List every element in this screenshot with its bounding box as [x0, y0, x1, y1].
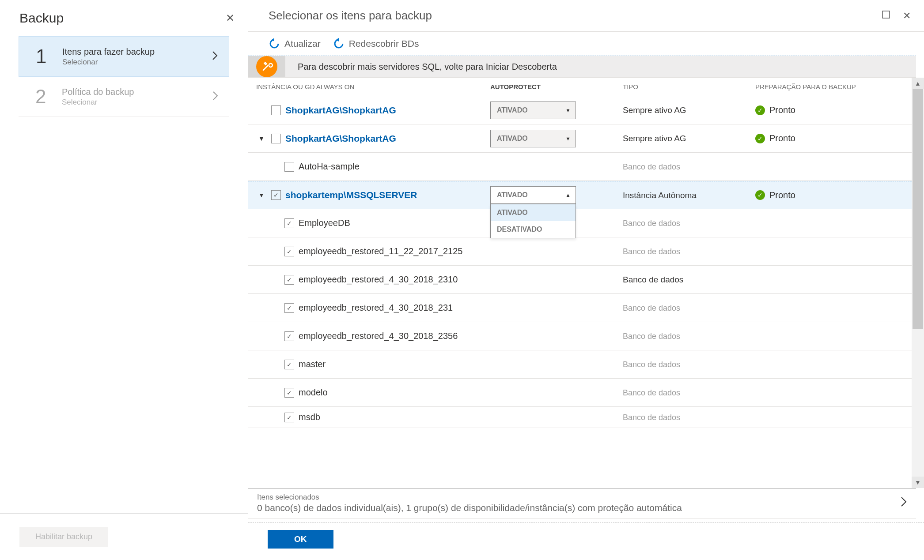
checkbox[interactable]	[271, 134, 281, 143]
tipo-value: Banco de dados	[623, 275, 683, 284]
autoprotect-dropdown[interactable]: ATIVADO ▾	[490, 130, 576, 147]
step-subtitle: Selecionar	[62, 58, 212, 67]
table-row[interactable]: ✓ employeedb_restored_4_30_2018_2356 Ban…	[248, 322, 912, 350]
checkbox[interactable]: ✓	[284, 218, 294, 228]
tipo-value: Sempre ativo AG	[623, 105, 686, 115]
dropdown-option-on[interactable]: ATIVADO	[491, 204, 576, 221]
right-panel: Selecionar os itens para backup ✕ Atuali…	[248, 0, 924, 560]
col-tipo: TIPO	[623, 83, 755, 90]
checkbox[interactable]: ✓	[284, 388, 294, 398]
check-circle-icon: ✓	[755, 190, 765, 200]
check-circle-icon: ✓	[755, 134, 765, 143]
ready-label: Pronto	[769, 133, 795, 143]
tipo-value: Instância Autônoma	[623, 191, 697, 200]
collapse-icon[interactable]: ▼	[256, 192, 267, 199]
enable-backup-button: Habilitar backup	[19, 527, 108, 547]
tipo-value: Banco de dados	[623, 332, 680, 341]
collapse-icon[interactable]: ▼	[256, 135, 267, 142]
db-name: master	[299, 359, 326, 369]
table-row[interactable]: ✓ employeedb_restored_4_30_2018_2310 Ban…	[248, 266, 912, 294]
refresh-label: Atualizar	[284, 38, 321, 49]
autoprotect-dropdown[interactable]: ATIVADO ▴	[490, 186, 576, 204]
db-name: employeedb_restored_4_30_2018_2310	[299, 274, 458, 285]
col-prep: PREPARAÇÃO PARA O BACKUP	[755, 83, 912, 90]
autoprotect-dropdown[interactable]: ATIVADO ▾	[490, 101, 576, 119]
tipo-value: Banco de dados	[623, 304, 680, 312]
chevron-right-icon	[212, 91, 219, 103]
tipo-value: Banco de dados	[623, 413, 680, 422]
instance-name: ShopkartAG\ShopkartAG	[285, 133, 396, 144]
checkbox[interactable]: ✓	[271, 190, 281, 200]
chevron-right-icon	[212, 51, 218, 63]
rediscover-label: Redescobrir BDs	[349, 38, 419, 49]
table-row[interactable]: ▼ ShopkartAG\ShopkartAG ATIVADO ▾ Sempre…	[248, 124, 912, 153]
summary-label: Itens selecionados	[257, 493, 900, 502]
tipo-value: Banco de dados	[623, 162, 680, 171]
step-number: 1	[36, 45, 62, 68]
step-title: Política do backup	[62, 87, 212, 97]
left-panel: Backup ✕ 1 Itens para fazer backup Selec…	[0, 0, 248, 560]
table-row[interactable]: ✓ modelo Banco de dados	[248, 379, 912, 407]
checkbox[interactable]: ✓	[284, 303, 294, 313]
table-row[interactable]: ✓ employeedb_restored_11_22_2017_2125 Ba…	[248, 237, 912, 266]
step-backup-policy[interactable]: 2 Política do backup Selecionar	[19, 77, 229, 117]
checkbox[interactable]: ✓	[284, 331, 294, 341]
table-row[interactable]: ShopkartAG\ShopkartAG ATIVADO ▾ Sempre a…	[248, 96, 912, 124]
instance-name: shopkartemp\MSSQLSERVER	[285, 190, 417, 200]
info-bar: Para descobrir mais servidores SQL, volt…	[248, 56, 916, 78]
svg-rect-0	[882, 11, 890, 18]
step-items-to-backup[interactable]: 1 Itens para fazer backup Selecionar	[19, 36, 229, 77]
left-panel-title: Backup	[19, 11, 64, 26]
checkbox[interactable]: ✓	[284, 413, 294, 422]
table-row[interactable]: ✓ msdb Banco de dados	[248, 407, 912, 428]
db-name: employeedb_restored_4_30_2018_2356	[299, 331, 458, 341]
db-name: employeedb_restored_11_22_2017_2125	[299, 246, 462, 256]
autoprotect-dropdown-menu: ATIVADO DESATIVADO	[490, 204, 576, 238]
checkbox[interactable]: ✓	[284, 360, 294, 369]
checkbox[interactable]: ✓	[284, 275, 294, 285]
info-bar-text: Para descobrir mais servidores SQL, volt…	[285, 56, 916, 77]
scroll-thumb[interactable]	[913, 89, 923, 329]
table-row[interactable]: ▼ ✓ shopkartemp\MSSQLSERVER ATIVADO ▴ AT…	[248, 181, 912, 209]
db-name: EmployeeDB	[299, 218, 350, 228]
table-row[interactable]: ✓ employeedb_restored_4_30_2018_231 Banc…	[248, 294, 912, 322]
refresh-button[interactable]: Atualizar	[269, 38, 321, 49]
selected-items-summary[interactable]: Itens selecionados 0 banco(s) de dados i…	[248, 488, 916, 519]
ready-label: Pronto	[769, 190, 795, 200]
tipo-value: Sempre ativo AG	[623, 134, 686, 143]
close-icon[interactable]: ✕	[903, 10, 911, 22]
step-number: 2	[35, 86, 62, 108]
ready-label: Pronto	[769, 105, 795, 115]
instance-name: ShopkartAG\ShopkartAG	[285, 105, 396, 116]
tipo-value: Banco de dados	[623, 247, 680, 256]
table-row[interactable]: AutoHa-sample Banco de dados	[248, 153, 912, 181]
vertical-scrollbar[interactable]: ▲ ▼	[912, 78, 924, 488]
db-name: modelo	[299, 387, 328, 398]
step-subtitle: Selecionar	[62, 98, 212, 107]
table-row[interactable]: ✓ master Banco de dados	[248, 350, 912, 379]
chevron-up-icon: ▴	[567, 192, 569, 198]
chevron-down-icon: ▾	[567, 107, 569, 113]
col-instance: INSTÂNCIA OU GD ALWAYS ON	[256, 83, 490, 90]
chevron-down-icon: ▾	[567, 135, 569, 142]
tools-icon	[256, 56, 277, 77]
tipo-value: Banco de dados	[623, 388, 680, 397]
maximize-icon[interactable]	[882, 10, 890, 22]
refresh-icon	[333, 38, 345, 49]
ok-button[interactable]: OK	[268, 530, 333, 549]
table-row[interactable]: ✓ EmployeeDB Banco de dados	[248, 209, 912, 237]
tipo-value: Banco de dados	[623, 219, 680, 228]
checkbox[interactable]	[284, 162, 294, 172]
rediscover-button[interactable]: Redescobrir BDs	[333, 38, 419, 49]
checkbox[interactable]	[271, 105, 281, 115]
scroll-up-icon[interactable]: ▲	[912, 78, 924, 89]
summary-desc: 0 banco(s) de dados individual(ais), 1 g…	[257, 503, 900, 513]
col-autoprotect: AUTOPROTECT	[490, 83, 623, 90]
close-icon[interactable]: ✕	[226, 13, 235, 23]
scroll-down-icon[interactable]: ▼	[912, 477, 924, 488]
checkbox[interactable]: ✓	[284, 247, 294, 256]
dropdown-option-off[interactable]: DESATIVADO	[491, 221, 576, 238]
step-title: Itens para fazer backup	[62, 47, 212, 57]
refresh-icon	[269, 38, 280, 49]
db-name: employeedb_restored_4_30_2018_231	[299, 303, 453, 313]
